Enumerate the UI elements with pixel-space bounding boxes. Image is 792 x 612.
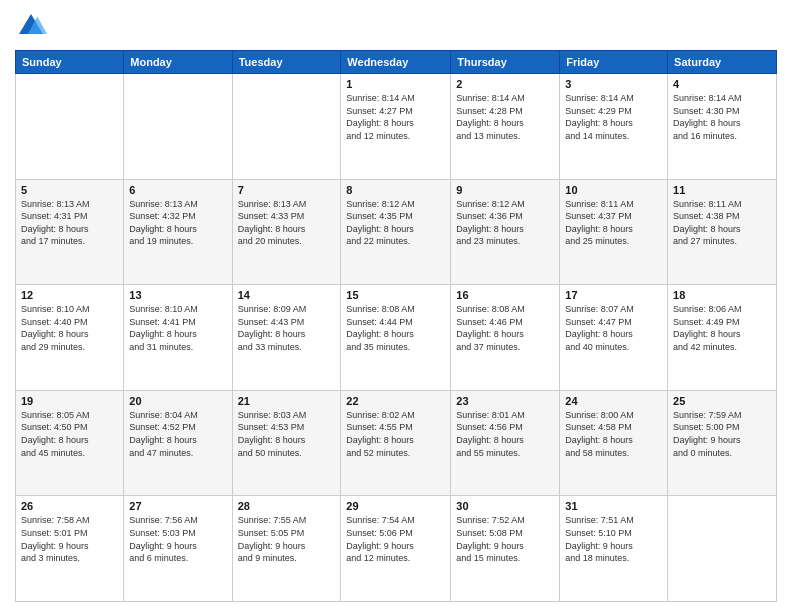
calendar-cell: 6Sunrise: 8:13 AM Sunset: 4:32 PM Daylig… [124,179,232,285]
calendar-cell: 26Sunrise: 7:58 AM Sunset: 5:01 PM Dayli… [16,496,124,602]
week-row-1: 5Sunrise: 8:13 AM Sunset: 4:31 PM Daylig… [16,179,777,285]
week-row-0: 1Sunrise: 8:14 AM Sunset: 4:27 PM Daylig… [16,74,777,180]
day-number: 1 [346,78,445,90]
day-info: Sunrise: 8:01 AM Sunset: 4:56 PM Dayligh… [456,409,554,459]
calendar-cell: 15Sunrise: 8:08 AM Sunset: 4:44 PM Dayli… [341,285,451,391]
day-number: 24 [565,395,662,407]
day-number: 10 [565,184,662,196]
day-info: Sunrise: 8:14 AM Sunset: 4:30 PM Dayligh… [673,92,771,142]
day-info: Sunrise: 7:51 AM Sunset: 5:10 PM Dayligh… [565,514,662,564]
day-info: Sunrise: 8:13 AM Sunset: 4:33 PM Dayligh… [238,198,336,248]
day-info: Sunrise: 8:11 AM Sunset: 4:37 PM Dayligh… [565,198,662,248]
calendar-cell: 23Sunrise: 8:01 AM Sunset: 4:56 PM Dayli… [451,390,560,496]
calendar-cell: 4Sunrise: 8:14 AM Sunset: 4:30 PM Daylig… [668,74,777,180]
day-number: 21 [238,395,336,407]
calendar-cell: 3Sunrise: 8:14 AM Sunset: 4:29 PM Daylig… [560,74,668,180]
calendar-cell: 24Sunrise: 8:00 AM Sunset: 4:58 PM Dayli… [560,390,668,496]
calendar-cell: 27Sunrise: 7:56 AM Sunset: 5:03 PM Dayli… [124,496,232,602]
day-number: 17 [565,289,662,301]
day-number: 20 [129,395,226,407]
calendar-cell: 31Sunrise: 7:51 AM Sunset: 5:10 PM Dayli… [560,496,668,602]
header [15,10,777,42]
day-number: 5 [21,184,118,196]
calendar-cell: 14Sunrise: 8:09 AM Sunset: 4:43 PM Dayli… [232,285,341,391]
day-info: Sunrise: 8:12 AM Sunset: 4:35 PM Dayligh… [346,198,445,248]
week-row-4: 26Sunrise: 7:58 AM Sunset: 5:01 PM Dayli… [16,496,777,602]
day-number: 2 [456,78,554,90]
day-info: Sunrise: 8:03 AM Sunset: 4:53 PM Dayligh… [238,409,336,459]
day-info: Sunrise: 8:10 AM Sunset: 4:40 PM Dayligh… [21,303,118,353]
day-info: Sunrise: 8:14 AM Sunset: 4:28 PM Dayligh… [456,92,554,142]
calendar-cell: 16Sunrise: 8:08 AM Sunset: 4:46 PM Dayli… [451,285,560,391]
day-info: Sunrise: 7:55 AM Sunset: 5:05 PM Dayligh… [238,514,336,564]
day-number: 25 [673,395,771,407]
calendar-cell: 8Sunrise: 8:12 AM Sunset: 4:35 PM Daylig… [341,179,451,285]
day-info: Sunrise: 8:00 AM Sunset: 4:58 PM Dayligh… [565,409,662,459]
day-info: Sunrise: 8:13 AM Sunset: 4:31 PM Dayligh… [21,198,118,248]
week-row-2: 12Sunrise: 8:10 AM Sunset: 4:40 PM Dayli… [16,285,777,391]
day-info: Sunrise: 8:06 AM Sunset: 4:49 PM Dayligh… [673,303,771,353]
day-info: Sunrise: 7:56 AM Sunset: 5:03 PM Dayligh… [129,514,226,564]
calendar-cell: 1Sunrise: 8:14 AM Sunset: 4:27 PM Daylig… [341,74,451,180]
calendar-cell: 25Sunrise: 7:59 AM Sunset: 5:00 PM Dayli… [668,390,777,496]
day-info: Sunrise: 8:11 AM Sunset: 4:38 PM Dayligh… [673,198,771,248]
day-number: 29 [346,500,445,512]
day-info: Sunrise: 8:08 AM Sunset: 4:44 PM Dayligh… [346,303,445,353]
day-number: 9 [456,184,554,196]
calendar-cell: 30Sunrise: 7:52 AM Sunset: 5:08 PM Dayli… [451,496,560,602]
day-number: 11 [673,184,771,196]
header-day-sunday: Sunday [16,51,124,74]
day-number: 18 [673,289,771,301]
day-info: Sunrise: 7:54 AM Sunset: 5:06 PM Dayligh… [346,514,445,564]
calendar-cell: 11Sunrise: 8:11 AM Sunset: 4:38 PM Dayli… [668,179,777,285]
header-day-saturday: Saturday [668,51,777,74]
calendar-cell: 19Sunrise: 8:05 AM Sunset: 4:50 PM Dayli… [16,390,124,496]
calendar-cell [16,74,124,180]
calendar-cell: 10Sunrise: 8:11 AM Sunset: 4:37 PM Dayli… [560,179,668,285]
day-number: 28 [238,500,336,512]
day-info: Sunrise: 8:10 AM Sunset: 4:41 PM Dayligh… [129,303,226,353]
calendar-cell: 28Sunrise: 7:55 AM Sunset: 5:05 PM Dayli… [232,496,341,602]
calendar-cell: 18Sunrise: 8:06 AM Sunset: 4:49 PM Dayli… [668,285,777,391]
day-number: 19 [21,395,118,407]
header-day-friday: Friday [560,51,668,74]
logo-icon [15,10,47,42]
calendar-cell [232,74,341,180]
day-info: Sunrise: 8:14 AM Sunset: 4:27 PM Dayligh… [346,92,445,142]
calendar-cell: 2Sunrise: 8:14 AM Sunset: 4:28 PM Daylig… [451,74,560,180]
day-info: Sunrise: 8:07 AM Sunset: 4:47 PM Dayligh… [565,303,662,353]
day-number: 26 [21,500,118,512]
day-number: 3 [565,78,662,90]
day-number: 14 [238,289,336,301]
day-info: Sunrise: 8:12 AM Sunset: 4:36 PM Dayligh… [456,198,554,248]
header-row: SundayMondayTuesdayWednesdayThursdayFrid… [16,51,777,74]
header-day-tuesday: Tuesday [232,51,341,74]
day-number: 7 [238,184,336,196]
calendar-cell: 12Sunrise: 8:10 AM Sunset: 4:40 PM Dayli… [16,285,124,391]
calendar-cell: 13Sunrise: 8:10 AM Sunset: 4:41 PM Dayli… [124,285,232,391]
calendar-page: SundayMondayTuesdayWednesdayThursdayFrid… [0,0,792,612]
day-info: Sunrise: 8:04 AM Sunset: 4:52 PM Dayligh… [129,409,226,459]
calendar-cell [124,74,232,180]
header-day-thursday: Thursday [451,51,560,74]
day-info: Sunrise: 8:09 AM Sunset: 4:43 PM Dayligh… [238,303,336,353]
day-info: Sunrise: 8:02 AM Sunset: 4:55 PM Dayligh… [346,409,445,459]
calendar-cell: 17Sunrise: 8:07 AM Sunset: 4:47 PM Dayli… [560,285,668,391]
day-number: 12 [21,289,118,301]
calendar-table: SundayMondayTuesdayWednesdayThursdayFrid… [15,50,777,602]
day-info: Sunrise: 8:08 AM Sunset: 4:46 PM Dayligh… [456,303,554,353]
day-number: 30 [456,500,554,512]
day-info: Sunrise: 7:59 AM Sunset: 5:00 PM Dayligh… [673,409,771,459]
week-row-3: 19Sunrise: 8:05 AM Sunset: 4:50 PM Dayli… [16,390,777,496]
header-day-wednesday: Wednesday [341,51,451,74]
day-number: 15 [346,289,445,301]
day-info: Sunrise: 8:14 AM Sunset: 4:29 PM Dayligh… [565,92,662,142]
logo [15,10,51,42]
calendar-cell: 20Sunrise: 8:04 AM Sunset: 4:52 PM Dayli… [124,390,232,496]
calendar-cell: 5Sunrise: 8:13 AM Sunset: 4:31 PM Daylig… [16,179,124,285]
day-number: 23 [456,395,554,407]
day-number: 27 [129,500,226,512]
day-number: 31 [565,500,662,512]
day-number: 4 [673,78,771,90]
day-info: Sunrise: 8:13 AM Sunset: 4:32 PM Dayligh… [129,198,226,248]
